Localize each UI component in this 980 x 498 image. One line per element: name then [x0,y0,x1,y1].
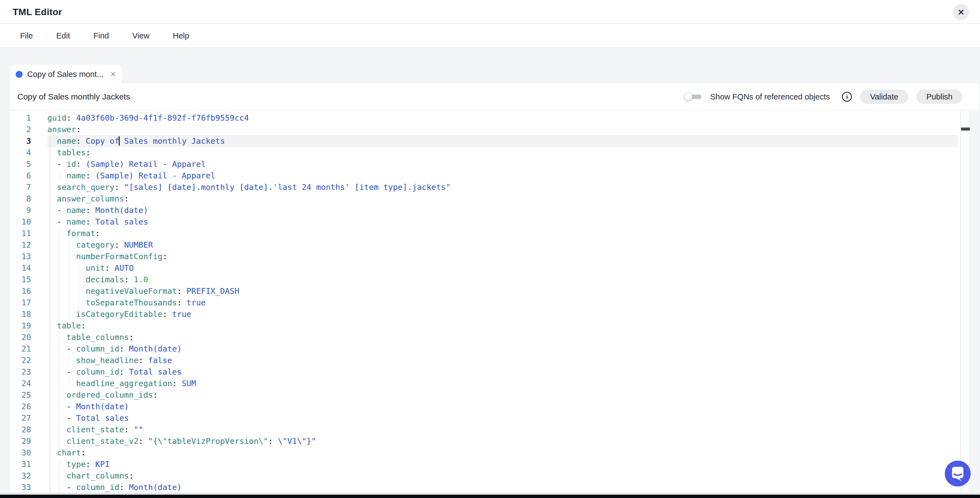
window-title: TML Editor [13,6,62,17]
code-line[interactable]: 2answer: [10,124,969,135]
code-line-content[interactable]: - column_id: Total sales [47,366,958,377]
code-line-content[interactable]: ordered_column_ids: [47,389,958,401]
code-line[interactable]: 25 ordered_column_ids: [10,389,969,401]
menu-item-find[interactable]: Find [94,31,109,40]
code-line[interactable]: 23 - column_id: Total sales [10,366,969,377]
code-line[interactable]: 28 client_state: "" [10,424,969,435]
code-line[interactable]: 9 - name: Month(date) [10,205,969,216]
document-title: Copy of Sales monthly Jackets [18,92,130,102]
code-line[interactable]: 5 - id: (Sample) Retail - Apparel [10,158,969,170]
line-number: 27 [10,412,31,424]
code-line[interactable]: 33 - column_id: Month(date) [10,482,969,493]
tab-close-icon[interactable]: ✕ [110,70,116,79]
code-line[interactable]: 11 format: [10,228,969,239]
code-line[interactable]: 29 client_state_v2: "{\"tableVizPropVers… [10,435,969,447]
code-line-content[interactable]: show_headline: false [47,355,958,366]
code-line-content[interactable]: chart_columns: [47,470,958,482]
code-line[interactable]: 30 chart: [10,447,969,458]
code-line[interactable]: 24 headline_aggregation: SUM [10,377,969,389]
code-line[interactable]: 3 name: Copy of Sales monthly Jackets [10,135,969,147]
code-line-content[interactable]: isCategoryEditable: true [47,308,958,320]
code-line-content[interactable]: client_state: "" [47,424,958,435]
chat-launcher-button[interactable] [945,461,970,487]
code-line-content[interactable]: negativeValueFormat: PREFIX_DASH [47,285,958,297]
code-line-content[interactable]: decimals: 1.0 [47,274,958,285]
code-line-content[interactable]: table_columns: [47,331,958,343]
code-line[interactable]: 12 category: NUMBER [10,239,969,251]
show-fqns-toggle[interactable] [684,92,702,102]
indent-guide [50,401,50,412]
code-line[interactable]: 13 numberFormatConfig: [10,251,969,262]
code-line-content[interactable]: unit: AUTO [47,262,958,274]
code-line[interactable]: 21 - column_id: Month(date) [10,343,969,355]
code-line[interactable]: 31 type: KPI [10,458,969,470]
line-number: 11 [10,228,31,239]
code-line[interactable]: 26 - Month(date) [10,401,969,412]
menu-item-help[interactable]: Help [173,31,189,40]
line-number: 7 [10,181,31,193]
code-line-content[interactable]: category: NUMBER [47,239,958,251]
code-line[interactable]: 32 chart_columns: [10,470,969,482]
code-line-content[interactable]: answer_columns: [47,193,958,205]
line-number: 21 [10,343,31,355]
indent-guide [79,285,79,297]
code-line-content[interactable]: client_state_v2: "{\"tableVizPropVersion… [47,435,958,447]
code-line-content[interactable]: search_query: "[sales] [date].monthly [d… [47,181,958,193]
code-line[interactable]: 8 answer_columns: [10,193,969,205]
code-line[interactable]: 16 negativeValueFormat: PREFIX_DASH [10,285,969,297]
code-line-content[interactable]: - name: Month(date) [47,205,958,216]
code-editor[interactable]: 1guid: 4a03f60b-369d-4f1f-892f-f76fb9559… [10,111,979,493]
line-number: 2 [10,124,31,135]
code-line-content[interactable]: headline_aggregation: SUM [47,377,958,389]
line-number: 8 [10,193,31,205]
code-line-content[interactable]: - name: Total sales [47,216,958,228]
code-line-content[interactable]: - Month(date) [47,401,958,412]
code-line[interactable]: 20 table_columns: [10,331,969,343]
code-line-content[interactable]: format: [47,228,958,239]
code-line-content[interactable]: table: [47,320,958,331]
indent-guide [59,343,60,355]
code-line-content[interactable]: - column_id: Month(date) [47,482,958,493]
code-line-content[interactable]: guid: 4a03f60b-369d-4f1f-892f-f76fb9559c… [47,112,958,124]
validate-button[interactable]: Validate [860,90,908,104]
code-line-content[interactable]: tables: [47,147,958,158]
indent-guide [50,193,50,205]
menu-item-edit[interactable]: Edit [56,31,70,40]
line-number: 22 [10,355,31,366]
editor-panel: Copy of Sales monthly Jackets Show FQNs … [10,84,979,493]
menu-item-view[interactable]: View [132,31,149,40]
code-line-content[interactable]: - id: (Sample) Retail - Apparel [47,158,958,170]
code-line[interactable]: 22 show_headline: false [10,355,969,366]
code-line-content[interactable]: answer: [47,124,958,135]
code-line[interactable]: 4 tables: [10,147,969,158]
code-line[interactable]: 10 - name: Total sales [10,216,969,228]
publish-button[interactable]: Publish [916,90,963,104]
info-icon[interactable]: i [842,92,852,102]
menu-item-file[interactable]: File [20,31,33,40]
indent-guide [79,262,79,274]
code-line[interactable]: 27 - Total sales [10,412,969,424]
code-line-content[interactable]: chart: [47,447,958,458]
code-line[interactable]: 18 isCategoryEditable: true [10,308,969,320]
code-line[interactable]: 1guid: 4a03f60b-369d-4f1f-892f-f76fb9559… [10,112,969,124]
code-line[interactable]: 19 table: [10,320,969,331]
code-line-content[interactable]: name: Copy of Sales monthly Jackets [47,135,958,147]
indent-guide [59,274,60,285]
code-line[interactable]: 17 toSeparateThousands: true [10,297,969,308]
code-line[interactable]: 14 unit: AUTO [10,262,969,274]
code-line-content[interactable]: toSeparateThousands: true [47,297,958,308]
code-line-content[interactable]: name: (Sample) Retail - Apparel [47,170,958,181]
code-line[interactable]: 15 decimals: 1.0 [10,274,969,285]
document-tab[interactable]: Copy of Sales mont... ✕ [10,65,121,84]
indent-guide [59,285,60,297]
code-line-content[interactable]: type: KPI [47,458,958,470]
code-line[interactable]: 7 search_query: "[sales] [date].monthly … [10,181,969,193]
window-titlebar: TML Editor ✕ [0,0,980,24]
code-line-content[interactable]: numberFormatConfig: [47,251,958,262]
code-line[interactable]: 6 name: (Sample) Retail - Apparel [10,170,969,181]
code-line-content[interactable]: - Total sales [47,412,958,424]
indent-guide [59,482,60,493]
close-button[interactable]: ✕ [953,4,969,20]
code-line-content[interactable]: - column_id: Month(date) [47,343,958,355]
indent-guide [50,205,50,216]
